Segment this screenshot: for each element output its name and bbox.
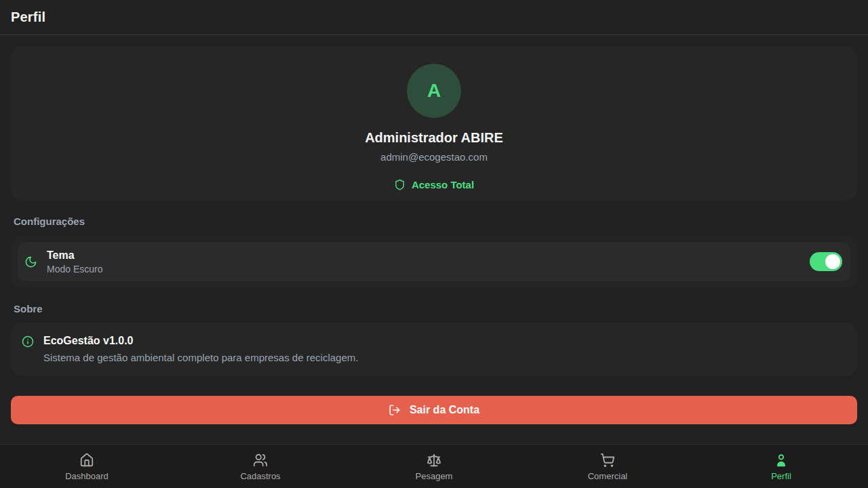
dark-mode-toggle[interactable] — [810, 252, 842, 271]
access-badge: Acesso Total — [394, 179, 474, 190]
nav-item-dashboard[interactable]: Dashboard — [0, 445, 174, 488]
access-badge-label: Acesso Total — [412, 179, 474, 190]
avatar: A — [407, 64, 461, 118]
profile-email: admin@ecogestao.com — [380, 151, 488, 163]
main-content: A Administrador ABIRE admin@ecogestao.co… — [0, 35, 868, 435]
page-title: Perfil — [11, 9, 45, 25]
users-icon — [253, 453, 268, 468]
user-icon — [774, 453, 789, 468]
nav-item-cadastros[interactable]: Cadastros — [174, 445, 347, 488]
toggle-knob — [825, 254, 840, 269]
profile-card: A Administrador ABIRE admin@ecogestao.co… — [11, 46, 857, 201]
nav-label-pesagem: Pesagem — [416, 471, 453, 481]
settings-card: Tema Modo Escuro — [11, 235, 857, 288]
home-icon — [79, 453, 94, 468]
app-version-title: EcoGestão v1.0.0 — [43, 335, 846, 347]
info-icon — [22, 336, 34, 348]
logout-button[interactable]: Sair da Conta — [11, 396, 857, 424]
nav-item-pesagem[interactable]: Pesagem — [347, 445, 521, 488]
profile-name: Administrador ABIRE — [365, 130, 503, 146]
about-section-label: Sobre — [14, 303, 854, 314]
theme-setting-row[interactable]: Tema Modo Escuro — [18, 242, 850, 281]
avatar-letter: A — [427, 80, 441, 102]
theme-texts: Tema Modo Escuro — [47, 249, 800, 274]
log-out-icon — [389, 404, 401, 416]
bottom-nav: Dashboard Cadastros Pesagem — [0, 444, 868, 488]
nav-label-comercial: Comercial — [588, 471, 628, 481]
theme-subtitle: Modo Escuro — [47, 264, 800, 274]
nav-item-perfil[interactable]: Perfil — [694, 445, 868, 488]
nav-label-dashboard: Dashboard — [65, 471, 108, 481]
logout-label: Sair da Conta — [410, 404, 479, 416]
nav-label-perfil: Perfil — [771, 471, 791, 481]
app-description: Sistema de gestão ambiental completo par… — [43, 352, 846, 363]
shield-icon — [394, 179, 406, 190]
theme-title: Tema — [47, 249, 800, 262]
about-texts: EcoGestão v1.0.0 Sistema de gestão ambie… — [43, 335, 846, 363]
settings-section-label: Configurações — [14, 216, 854, 227]
nav-label-cadastros: Cadastros — [240, 471, 280, 481]
nav-item-comercial[interactable]: Comercial — [521, 445, 694, 488]
scale-icon — [427, 453, 441, 468]
moon-icon — [24, 256, 37, 268]
page-header: Perfil — [0, 0, 868, 35]
shopping-cart-icon — [600, 453, 615, 468]
about-card: EcoGestão v1.0.0 Sistema de gestão ambie… — [11, 323, 857, 375]
